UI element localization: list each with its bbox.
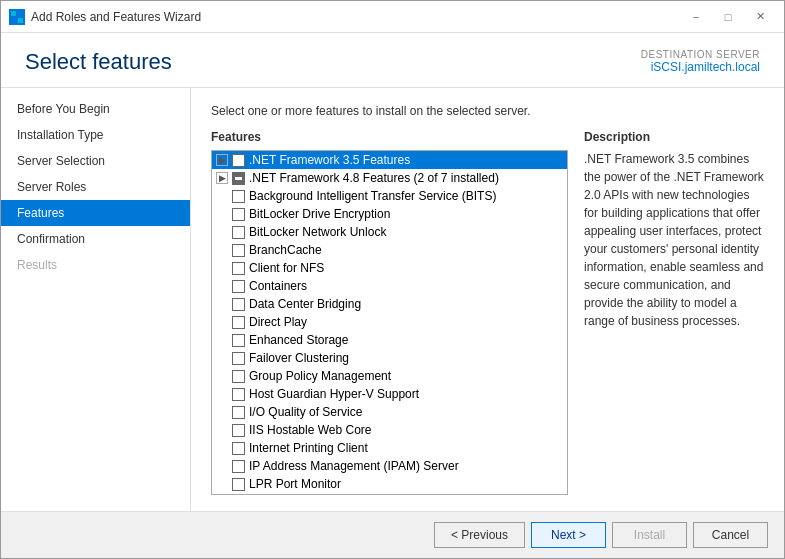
feature-checkbox[interactable] xyxy=(232,478,245,491)
feature-name: Host Guardian Hyper-V Support xyxy=(249,387,419,401)
sidebar-item-before-you-begin[interactable]: Before You Begin xyxy=(1,96,190,122)
feature-name: Background Intelligent Transfer Service … xyxy=(249,189,496,203)
install-button[interactable]: Install xyxy=(612,522,687,548)
feature-item[interactable]: ▶.NET Framework 4.8 Features (2 of 7 ins… xyxy=(212,169,567,187)
feature-item[interactable]: ▶I/O Quality of Service xyxy=(212,403,567,421)
features-panel: Features ▶.NET Framework 3.5 Features▶.N… xyxy=(211,130,568,495)
features-list: ▶.NET Framework 3.5 Features▶.NET Framew… xyxy=(212,151,567,494)
sidebar-item-results: Results xyxy=(1,252,190,278)
sidebar-item-installation-type[interactable]: Installation Type xyxy=(1,122,190,148)
features-description-row: Features ▶.NET Framework 3.5 Features▶.N… xyxy=(211,130,764,495)
title-controls: − □ ✕ xyxy=(680,4,776,30)
feature-item[interactable]: ▶.NET Framework 3.5 Features xyxy=(212,151,567,169)
feature-checkbox[interactable] xyxy=(232,316,245,329)
feature-checkbox[interactable] xyxy=(232,226,245,239)
description-panel: Description .NET Framework 3.5 combines … xyxy=(584,130,764,495)
instruction-text: Select one or more features to install o… xyxy=(211,104,764,118)
destination-label: DESTINATION SERVER xyxy=(641,49,760,60)
feature-name: Enhanced Storage xyxy=(249,333,348,347)
destination-name: iSCSI.jamiltech.local xyxy=(641,60,760,74)
sidebar-item-server-roles[interactable]: Server Roles xyxy=(1,174,190,200)
feature-checkbox[interactable] xyxy=(232,280,245,293)
feature-item[interactable]: ▶BitLocker Drive Encryption xyxy=(212,205,567,223)
title-bar-left: Add Roles and Features Wizard xyxy=(9,9,201,25)
horizontal-scrollbar[interactable] xyxy=(212,494,567,495)
wizard-window: Add Roles and Features Wizard − □ ✕ Sele… xyxy=(0,0,785,559)
feature-name: Data Center Bridging xyxy=(249,297,361,311)
feature-name: Group Policy Management xyxy=(249,369,391,383)
minimize-button[interactable]: − xyxy=(680,4,712,30)
svg-rect-3 xyxy=(18,18,23,23)
feature-item[interactable]: ▶Failover Clustering xyxy=(212,349,567,367)
feature-name: BitLocker Drive Encryption xyxy=(249,207,390,221)
feature-item[interactable]: ▶Host Guardian Hyper-V Support xyxy=(212,385,567,403)
footer: < Previous Next > Install Cancel xyxy=(1,511,784,558)
feature-item[interactable]: ▶LPR Port Monitor xyxy=(212,475,567,493)
feature-item[interactable]: ▶Containers xyxy=(212,277,567,295)
svg-rect-2 xyxy=(11,18,16,23)
sidebar-item-server-selection[interactable]: Server Selection xyxy=(1,148,190,174)
feature-checkbox[interactable] xyxy=(232,388,245,401)
feature-checkbox[interactable] xyxy=(232,244,245,257)
title-bar: Add Roles and Features Wizard − □ ✕ xyxy=(1,1,784,33)
feature-checkbox[interactable] xyxy=(232,208,245,221)
expand-icon[interactable]: ▶ xyxy=(216,154,228,166)
sidebar-item-confirmation[interactable]: Confirmation xyxy=(1,226,190,252)
expand-icon[interactable]: ▶ xyxy=(216,172,228,184)
feature-checkbox[interactable] xyxy=(232,262,245,275)
feature-item[interactable]: ▶BranchCache xyxy=(212,241,567,259)
feature-name: Failover Clustering xyxy=(249,351,349,365)
feature-checkbox[interactable] xyxy=(232,370,245,383)
feature-name: .NET Framework 3.5 Features xyxy=(249,153,410,167)
sidebar: Before You BeginInstallation TypeServer … xyxy=(1,88,191,511)
header-banner: Select features DESTINATION SERVER iSCSI… xyxy=(1,33,784,88)
feature-item[interactable]: ▶Group Policy Management xyxy=(212,367,567,385)
feature-name: Containers xyxy=(249,279,307,293)
feature-item[interactable]: ▶Data Center Bridging xyxy=(212,295,567,313)
feature-name: LPR Port Monitor xyxy=(249,477,341,491)
description-text: .NET Framework 3.5 combines the power of… xyxy=(584,150,764,330)
features-list-container: ▶.NET Framework 3.5 Features▶.NET Framew… xyxy=(211,150,568,495)
next-button[interactable]: Next > xyxy=(531,522,606,548)
feature-item[interactable]: ▶IIS Hostable Web Core xyxy=(212,421,567,439)
feature-item[interactable]: ▶IP Address Management (IPAM) Server xyxy=(212,457,567,475)
feature-name: Internet Printing Client xyxy=(249,441,368,455)
feature-item[interactable]: ▶Direct Play xyxy=(212,313,567,331)
feature-checkbox[interactable] xyxy=(232,460,245,473)
destination-server: DESTINATION SERVER iSCSI.jamiltech.local xyxy=(641,49,760,74)
svg-rect-4 xyxy=(235,177,242,180)
feature-checkbox[interactable] xyxy=(232,406,245,419)
feature-checkbox[interactable] xyxy=(232,298,245,311)
feature-checkbox[interactable] xyxy=(232,154,245,167)
maximize-button[interactable]: □ xyxy=(712,4,744,30)
description-label: Description xyxy=(584,130,764,144)
feature-name: BranchCache xyxy=(249,243,322,257)
close-button[interactable]: ✕ xyxy=(744,4,776,30)
feature-name: BitLocker Network Unlock xyxy=(249,225,386,239)
feature-name: IIS Hostable Web Core xyxy=(249,423,372,437)
feature-item[interactable]: ▶Client for NFS xyxy=(212,259,567,277)
svg-rect-0 xyxy=(11,11,16,16)
feature-checkbox[interactable] xyxy=(232,334,245,347)
feature-item[interactable]: ▶Enhanced Storage xyxy=(212,331,567,349)
feature-checkbox[interactable] xyxy=(232,352,245,365)
window-title: Add Roles and Features Wizard xyxy=(31,10,201,24)
feature-checkbox[interactable] xyxy=(232,190,245,203)
previous-button[interactable]: < Previous xyxy=(434,522,525,548)
feature-name: IP Address Management (IPAM) Server xyxy=(249,459,459,473)
main-content: Select one or more features to install o… xyxy=(191,88,784,511)
feature-name: Direct Play xyxy=(249,315,307,329)
feature-item[interactable]: ▶Internet Printing Client xyxy=(212,439,567,457)
svg-rect-1 xyxy=(18,11,23,16)
feature-checkbox[interactable] xyxy=(232,172,245,185)
sidebar-item-features[interactable]: Features xyxy=(1,200,190,226)
main-layout: Before You BeginInstallation TypeServer … xyxy=(1,88,784,511)
feature-name: Client for NFS xyxy=(249,261,324,275)
feature-item[interactable]: ▶Background Intelligent Transfer Service… xyxy=(212,187,567,205)
feature-item[interactable]: ▶BitLocker Network Unlock xyxy=(212,223,567,241)
feature-checkbox[interactable] xyxy=(232,424,245,437)
feature-checkbox[interactable] xyxy=(232,442,245,455)
feature-name: I/O Quality of Service xyxy=(249,405,362,419)
cancel-button[interactable]: Cancel xyxy=(693,522,768,548)
feature-name: .NET Framework 4.8 Features (2 of 7 inst… xyxy=(249,171,499,185)
